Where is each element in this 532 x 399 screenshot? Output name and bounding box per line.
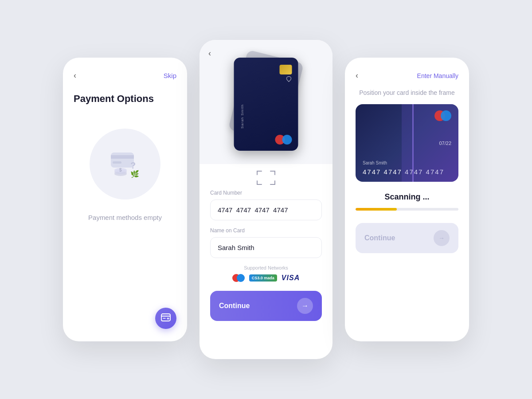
arrow-icon: → <box>297 298 313 314</box>
payment-options-screen: ‹ Skip Payment Options $ ? <box>63 58 187 341</box>
back-button[interactable]: ‹ <box>74 71 76 80</box>
scanning-screen: ‹ Enter Manually Position your card insi… <box>345 58 469 341</box>
card-expiry: 07/22 <box>439 141 451 146</box>
card-form: Card Number Name on Card Supported Netwo… <box>200 190 332 347</box>
svg-rect-1 <box>111 155 134 159</box>
main-credit-card: Sarah Smith <box>234 58 298 151</box>
svg-rect-2 <box>113 161 121 164</box>
mastercard-blue-circle <box>282 135 292 145</box>
chip-icon <box>280 65 292 74</box>
scan-progress-fill <box>356 208 397 211</box>
back-button[interactable]: ‹ <box>356 71 358 80</box>
top-bar: ‹ Enter Manually <box>356 71 458 80</box>
card-scan-frame: 07/22 Sarah Smith 4747 4747 4747 4747 <box>356 104 458 182</box>
card-illustration-icon: $ ? 🌿 <box>107 146 143 182</box>
network-logos: CS3.0 mada VISA <box>210 274 322 282</box>
supported-networks-label: Supported Networks <box>210 265 322 270</box>
add-card-fab-button[interactable] <box>155 308 176 329</box>
top-bar: ‹ Skip <box>74 71 176 80</box>
supported-networks-section: Supported Networks CS3.0 mada VISA <box>210 265 322 282</box>
svg-text:$: $ <box>119 168 122 172</box>
scanning-status-text: Scanning ... <box>356 192 458 202</box>
scan-progress-bar <box>356 208 458 211</box>
empty-state-illustration: $ ? 🌿 Payment methods empty <box>74 120 176 239</box>
visa-logo: VISA <box>282 274 300 282</box>
illustration-circle: $ ? 🌿 <box>90 129 160 200</box>
card-number-input[interactable] <box>210 200 322 220</box>
position-instruction-text: Position your card inside the frame <box>356 89 458 96</box>
skip-button[interactable]: Skip <box>164 72 176 79</box>
card-icon <box>161 313 171 321</box>
page-title: Payment Options <box>74 93 176 106</box>
credit-card-visual: Sarah Smith <box>226 53 306 151</box>
scan-mastercard-logo <box>434 110 451 121</box>
back-button[interactable]: ‹ <box>208 49 211 58</box>
name-on-card-input[interactable] <box>210 237 322 258</box>
frame-icon <box>256 170 276 185</box>
wifi-icon <box>286 76 292 84</box>
continue-button[interactable]: Continue → <box>210 291 322 321</box>
svg-text:?: ? <box>130 160 136 170</box>
card-name-vertical: Sarah Smith <box>240 104 244 129</box>
mastercard-logo <box>232 274 245 282</box>
name-on-card-label: Name on Card <box>210 227 322 234</box>
arrow-icon: → <box>434 230 450 246</box>
scan-frame-icon <box>200 170 332 185</box>
mastercard-blue <box>237 274 245 282</box>
card-entry-screen: ‹ Sarah Smith <box>200 40 332 359</box>
continue-button-disabled: Continue → <box>356 223 458 253</box>
contactless-icon <box>286 76 292 82</box>
svg-rect-9 <box>161 314 170 321</box>
card-add-icon <box>161 313 171 324</box>
mada-logo: CS3.0 mada <box>249 274 277 282</box>
svg-text:🌿: 🌿 <box>130 170 139 178</box>
scan-mc-blue <box>441 110 451 121</box>
continue-label: Continue <box>219 302 250 310</box>
card-number-label: Card Number <box>210 190 322 196</box>
continue-label: Continue <box>364 234 395 242</box>
card-hero-section: ‹ Sarah Smith <box>200 40 332 164</box>
empty-state-text: Payment methods empty <box>88 214 162 221</box>
enter-manually-button[interactable]: Enter Manually <box>417 72 458 79</box>
scan-line <box>412 104 414 182</box>
